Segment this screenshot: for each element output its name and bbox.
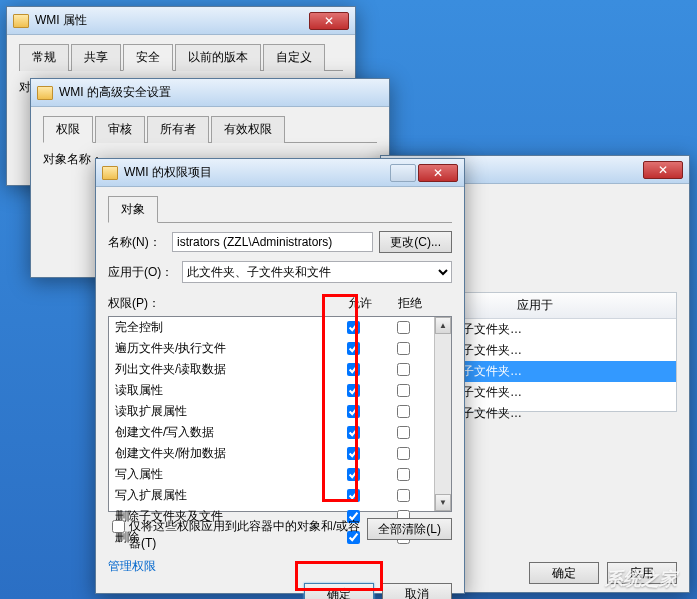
allow-checkbox[interactable]	[347, 426, 360, 439]
deny-checkbox[interactable]	[397, 342, 410, 355]
tab-audit[interactable]: 审核	[95, 116, 145, 143]
watermark: 系统之家	[605, 567, 677, 591]
titlebar-win2[interactable]: WMI 的高级安全设置	[31, 79, 389, 107]
ok-button[interactable]: 确定	[529, 562, 599, 584]
permission-name: 写入属性	[115, 466, 328, 483]
permission-row: 创建文件/写入数据	[109, 422, 434, 443]
permission-row: 遍历文件夹/执行文件	[109, 338, 434, 359]
cancel-button[interactable]: 取消	[382, 583, 452, 599]
allow-checkbox[interactable]	[347, 342, 360, 355]
permission-row: 读取属性	[109, 380, 434, 401]
window-title: WMI 的高级安全设置	[59, 84, 383, 101]
permission-name: 创建文件夹/附加数据	[115, 445, 328, 462]
deny-checkbox[interactable]	[397, 489, 410, 502]
deny-checkbox[interactable]	[397, 468, 410, 481]
allow-checkbox[interactable]	[347, 321, 360, 334]
allow-checkbox[interactable]	[347, 405, 360, 418]
permission-name: 完全控制	[115, 319, 328, 336]
close-icon[interactable]: ✕	[418, 164, 458, 182]
scroll-up-icon[interactable]: ▲	[435, 317, 451, 334]
name-label: 名称(N)：	[108, 234, 166, 251]
deny-checkbox[interactable]	[397, 426, 410, 439]
allow-checkbox[interactable]	[347, 489, 360, 502]
scrollbar[interactable]: ▲ ▼	[434, 317, 451, 511]
only-apply-label: 仅将这些权限应用到此容器中的对象和/或容器(T)	[129, 518, 367, 552]
permission-name: 创建文件/写入数据	[115, 424, 328, 441]
deny-checkbox[interactable]	[397, 363, 410, 376]
deny-checkbox[interactable]	[397, 321, 410, 334]
allow-checkbox[interactable]	[347, 468, 360, 481]
permission-name: 遍历文件夹/执行文件	[115, 340, 328, 357]
tab-security[interactable]: 安全	[123, 44, 173, 71]
only-apply-checkbox[interactable]	[112, 520, 125, 533]
permission-row: 读取扩展属性	[109, 401, 434, 422]
window-title: WMI 的权限项目	[124, 164, 390, 181]
deny-header: 拒绝	[385, 295, 435, 312]
change-button[interactable]: 更改(C)...	[379, 231, 452, 253]
tab-object[interactable]: 对象	[108, 196, 158, 223]
tab-permissions[interactable]: 权限	[43, 116, 93, 143]
permission-name: 列出文件夹/读取数据	[115, 361, 328, 378]
permission-name: 写入扩展属性	[115, 487, 328, 504]
tab-previous[interactable]: 以前的版本	[175, 44, 261, 71]
tab-share[interactable]: 共享	[71, 44, 121, 71]
allow-header: 允许	[335, 295, 385, 312]
folder-icon	[102, 166, 118, 180]
allow-checkbox[interactable]	[347, 363, 360, 376]
titlebar-win1[interactable]: WMI 属性 ✕	[7, 7, 355, 35]
clear-all-button[interactable]: 全部清除(L)	[367, 518, 452, 540]
permission-row: 创建文件夹/附加数据	[109, 443, 434, 464]
folder-icon	[13, 14, 29, 28]
permission-row: 写入扩展属性	[109, 485, 434, 506]
permission-name: 读取扩展属性	[115, 403, 328, 420]
allow-checkbox[interactable]	[347, 447, 360, 460]
tab-general[interactable]: 常规	[19, 44, 69, 71]
ok-button[interactable]: 确定	[304, 583, 374, 599]
titlebar-dlg[interactable]: WMI 的权限项目 ✕	[96, 159, 464, 187]
manage-permissions-link[interactable]: 管理权限	[108, 559, 156, 573]
tab-custom[interactable]: 自定义	[263, 44, 325, 71]
permission-entry-dialog: WMI 的权限项目 ✕ 对象 名称(N)： 更改(C)... 应用于(O)： 此…	[95, 158, 465, 594]
close-icon[interactable]: ✕	[309, 12, 349, 30]
permission-row: 完全控制	[109, 317, 434, 338]
allow-checkbox[interactable]	[347, 384, 360, 397]
deny-checkbox[interactable]	[397, 384, 410, 397]
permissions-label: 权限(P)：	[108, 295, 329, 312]
deny-checkbox[interactable]	[397, 447, 410, 460]
tabrow-dlg: 对象	[108, 195, 452, 223]
applyto-label: 应用于(O)：	[108, 264, 176, 281]
folder-icon	[37, 86, 53, 100]
tabrow-win2: 权限 审核 所有者 有效权限	[43, 115, 377, 143]
applyto-dropdown[interactable]: 此文件夹、子文件夹和文件	[182, 261, 452, 283]
window-title: WMI 属性	[35, 12, 309, 29]
deny-checkbox[interactable]	[397, 405, 410, 418]
scroll-down-icon[interactable]: ▼	[435, 494, 451, 511]
close-icon[interactable]: ✕	[643, 161, 683, 179]
permission-row: 列出文件夹/读取数据	[109, 359, 434, 380]
permission-name: 读取属性	[115, 382, 328, 399]
principal-name-field[interactable]	[172, 232, 373, 252]
tabrow-win1: 常规 共享 安全 以前的版本 自定义	[19, 43, 343, 71]
permission-row: 写入属性	[109, 464, 434, 485]
tab-owner[interactable]: 所有者	[147, 116, 209, 143]
permissions-table: 完全控制遍历文件夹/执行文件列出文件夹/读取数据读取属性读取扩展属性创建文件/写…	[108, 316, 452, 512]
help-icon[interactable]	[390, 164, 416, 182]
tab-effective[interactable]: 有效权限	[211, 116, 285, 143]
object-name-label: 对象名称：	[43, 151, 103, 168]
